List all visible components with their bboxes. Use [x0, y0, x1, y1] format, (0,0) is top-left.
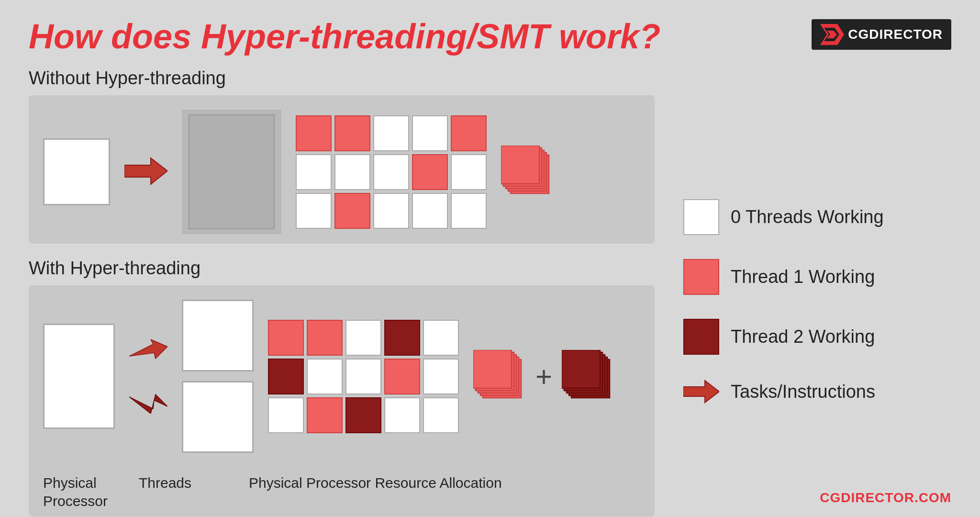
cell [268, 397, 304, 433]
legend-label-1: Thread 1 Working [731, 267, 875, 287]
cell [384, 397, 420, 433]
cell [412, 193, 448, 229]
logo: CGDIRECTOR [812, 19, 951, 50]
page-header: How does Hyper-threading/SMT work? CGDIR… [29, 19, 951, 54]
label-threads: Threads [134, 474, 239, 510]
footer-url: CGDIRECTOR.COM [820, 490, 951, 506]
legend-item-2: Thread 2 Working [683, 319, 951, 355]
physical-processor-without [43, 138, 110, 205]
plus-sign: + [535, 360, 552, 393]
cell [451, 154, 487, 190]
output-stack-without [501, 146, 554, 198]
cell [296, 115, 332, 151]
content-area: Without Hyper-threading [29, 68, 951, 517]
cell [334, 115, 370, 151]
legend-label-2: Thread 2 Working [731, 326, 875, 347]
with-diagram-row: + [43, 300, 640, 453]
thread-boxes [182, 300, 254, 453]
svg-rect-8 [501, 146, 539, 184]
svg-rect-20 [562, 350, 600, 388]
svg-marker-3 [124, 158, 167, 184]
logo-icon [820, 24, 844, 45]
cell [423, 320, 459, 356]
diverging-arrows [129, 339, 167, 414]
output-stacks-with: + [473, 350, 614, 403]
cell [345, 320, 381, 356]
legend-item-0: 0 Threads Working [683, 199, 951, 235]
cell [373, 115, 409, 151]
bottom-labels: Physical Processor Threads Physical Proc… [43, 467, 640, 517]
logo-text: CGDIRECTOR [848, 27, 943, 42]
left-panel: Without Hyper-threading [29, 68, 655, 517]
resource-grid-without [296, 115, 487, 229]
cell [451, 193, 487, 229]
cell [296, 193, 332, 229]
svg-marker-9 [129, 339, 167, 359]
cell [345, 397, 381, 433]
legend-panel: 0 Threads Working Thread 1 Working Threa… [683, 68, 951, 517]
cell [384, 320, 420, 356]
physical-processor-with [43, 324, 115, 429]
label-resource: Physical Processor Resource Allocation [239, 474, 502, 510]
cell [334, 154, 370, 190]
page-title: How does Hyper-threading/SMT work? [29, 19, 660, 54]
legend-item-3: Tasks/Instructions [683, 379, 951, 405]
without-section: Without Hyper-threading [29, 68, 655, 244]
with-diagram: + [29, 285, 655, 517]
thread-box-2 [182, 381, 254, 453]
cell [307, 359, 343, 394]
with-section: With Hyper-threading [29, 258, 655, 517]
cell [334, 193, 370, 229]
cell [373, 193, 409, 229]
cell [296, 154, 332, 190]
cell [423, 397, 459, 433]
legend-arrow-icon [683, 379, 719, 405]
resource-grid-with [268, 320, 459, 433]
cell [384, 359, 420, 394]
cell [345, 359, 381, 394]
legend-label-0: 0 Threads Working [731, 207, 884, 227]
stack-dark-red [562, 350, 614, 403]
cell [373, 154, 409, 190]
legend-item-1: Thread 1 Working [683, 259, 951, 295]
stack-red [473, 350, 526, 403]
arrow-thread1 [129, 339, 167, 366]
legend-label-3: Tasks/Instructions [731, 382, 875, 402]
without-label: Without Hyper-threading [29, 68, 655, 89]
svg-marker-21 [683, 381, 719, 403]
cell [423, 359, 459, 394]
cell [412, 115, 448, 151]
legend-box-dark-red [683, 319, 719, 355]
cell [451, 115, 487, 151]
arrow-thread2 [129, 387, 167, 414]
arrow-without [124, 156, 167, 189]
svg-marker-10 [129, 394, 167, 414]
legend-box-red [683, 259, 719, 295]
cell [307, 320, 343, 356]
thread-box-1 [182, 300, 254, 371]
cell [268, 359, 304, 394]
cell [412, 154, 448, 190]
cell [307, 397, 343, 433]
without-diagram [29, 95, 655, 244]
label-physical: Physical Processor [43, 474, 134, 510]
with-label: With Hyper-threading [29, 258, 655, 279]
thread-area-without [182, 110, 281, 234]
legend-arrow [683, 379, 719, 405]
svg-rect-15 [473, 350, 512, 388]
legend-box-white [683, 199, 719, 235]
cell [268, 320, 304, 356]
